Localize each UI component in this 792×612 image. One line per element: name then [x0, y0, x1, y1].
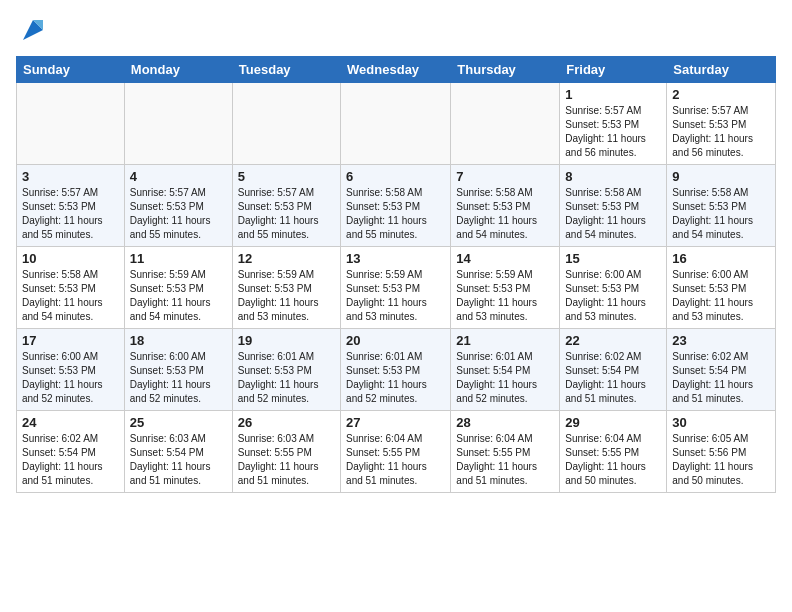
calendar-cell: 8Sunrise: 5:58 AM Sunset: 5:53 PM Daylig…: [560, 165, 667, 247]
day-number: 12: [238, 251, 335, 266]
header: [16, 16, 776, 44]
day-info: Sunrise: 5:59 AM Sunset: 5:53 PM Dayligh…: [238, 269, 319, 322]
day-number: 17: [22, 333, 119, 348]
day-info: Sunrise: 6:04 AM Sunset: 5:55 PM Dayligh…: [346, 433, 427, 486]
calendar-cell: 24Sunrise: 6:02 AM Sunset: 5:54 PM Dayli…: [17, 411, 125, 493]
day-number: 7: [456, 169, 554, 184]
day-info: Sunrise: 5:58 AM Sunset: 5:53 PM Dayligh…: [22, 269, 103, 322]
calendar-cell: 1Sunrise: 5:57 AM Sunset: 5:53 PM Daylig…: [560, 83, 667, 165]
day-info: Sunrise: 5:57 AM Sunset: 5:53 PM Dayligh…: [565, 105, 646, 158]
calendar-cell: 11Sunrise: 5:59 AM Sunset: 5:53 PM Dayli…: [124, 247, 232, 329]
day-info: Sunrise: 6:00 AM Sunset: 5:53 PM Dayligh…: [672, 269, 753, 322]
day-number: 23: [672, 333, 770, 348]
day-info: Sunrise: 5:57 AM Sunset: 5:53 PM Dayligh…: [672, 105, 753, 158]
day-number: 10: [22, 251, 119, 266]
day-number: 29: [565, 415, 661, 430]
day-info: Sunrise: 6:02 AM Sunset: 5:54 PM Dayligh…: [565, 351, 646, 404]
day-info: Sunrise: 5:57 AM Sunset: 5:53 PM Dayligh…: [22, 187, 103, 240]
calendar-cell: [451, 83, 560, 165]
calendar-header-saturday: Saturday: [667, 57, 776, 83]
calendar-cell: 15Sunrise: 6:00 AM Sunset: 5:53 PM Dayli…: [560, 247, 667, 329]
day-info: Sunrise: 6:03 AM Sunset: 5:55 PM Dayligh…: [238, 433, 319, 486]
day-number: 18: [130, 333, 227, 348]
calendar-week-5: 24Sunrise: 6:02 AM Sunset: 5:54 PM Dayli…: [17, 411, 776, 493]
day-number: 28: [456, 415, 554, 430]
calendar-cell: 13Sunrise: 5:59 AM Sunset: 5:53 PM Dayli…: [341, 247, 451, 329]
calendar-cell: 28Sunrise: 6:04 AM Sunset: 5:55 PM Dayli…: [451, 411, 560, 493]
day-info: Sunrise: 5:58 AM Sunset: 5:53 PM Dayligh…: [565, 187, 646, 240]
day-number: 6: [346, 169, 445, 184]
day-number: 5: [238, 169, 335, 184]
day-number: 19: [238, 333, 335, 348]
calendar-cell: [17, 83, 125, 165]
day-number: 15: [565, 251, 661, 266]
calendar-cell: 3Sunrise: 5:57 AM Sunset: 5:53 PM Daylig…: [17, 165, 125, 247]
calendar-cell: 6Sunrise: 5:58 AM Sunset: 5:53 PM Daylig…: [341, 165, 451, 247]
calendar-cell: 20Sunrise: 6:01 AM Sunset: 5:53 PM Dayli…: [341, 329, 451, 411]
logo-icon: [19, 16, 47, 44]
day-number: 13: [346, 251, 445, 266]
day-number: 21: [456, 333, 554, 348]
day-info: Sunrise: 5:57 AM Sunset: 5:53 PM Dayligh…: [130, 187, 211, 240]
calendar-week-1: 1Sunrise: 5:57 AM Sunset: 5:53 PM Daylig…: [17, 83, 776, 165]
day-number: 14: [456, 251, 554, 266]
calendar-cell: 14Sunrise: 5:59 AM Sunset: 5:53 PM Dayli…: [451, 247, 560, 329]
day-info: Sunrise: 6:02 AM Sunset: 5:54 PM Dayligh…: [22, 433, 103, 486]
day-number: 2: [672, 87, 770, 102]
day-info: Sunrise: 5:58 AM Sunset: 5:53 PM Dayligh…: [456, 187, 537, 240]
day-number: 30: [672, 415, 770, 430]
day-number: 11: [130, 251, 227, 266]
calendar-cell: 23Sunrise: 6:02 AM Sunset: 5:54 PM Dayli…: [667, 329, 776, 411]
day-number: 16: [672, 251, 770, 266]
logo: [16, 16, 47, 44]
calendar-header-monday: Monday: [124, 57, 232, 83]
calendar-week-4: 17Sunrise: 6:00 AM Sunset: 5:53 PM Dayli…: [17, 329, 776, 411]
day-info: Sunrise: 5:59 AM Sunset: 5:53 PM Dayligh…: [130, 269, 211, 322]
calendar-cell: 26Sunrise: 6:03 AM Sunset: 5:55 PM Dayli…: [232, 411, 340, 493]
day-info: Sunrise: 6:04 AM Sunset: 5:55 PM Dayligh…: [456, 433, 537, 486]
calendar-cell: 5Sunrise: 5:57 AM Sunset: 5:53 PM Daylig…: [232, 165, 340, 247]
day-info: Sunrise: 5:59 AM Sunset: 5:53 PM Dayligh…: [456, 269, 537, 322]
day-info: Sunrise: 6:05 AM Sunset: 5:56 PM Dayligh…: [672, 433, 753, 486]
day-info: Sunrise: 6:00 AM Sunset: 5:53 PM Dayligh…: [130, 351, 211, 404]
calendar-header-row: SundayMondayTuesdayWednesdayThursdayFrid…: [17, 57, 776, 83]
calendar-cell: 12Sunrise: 5:59 AM Sunset: 5:53 PM Dayli…: [232, 247, 340, 329]
calendar-cell: 25Sunrise: 6:03 AM Sunset: 5:54 PM Dayli…: [124, 411, 232, 493]
day-info: Sunrise: 6:01 AM Sunset: 5:53 PM Dayligh…: [238, 351, 319, 404]
day-info: Sunrise: 5:58 AM Sunset: 5:53 PM Dayligh…: [672, 187, 753, 240]
day-number: 26: [238, 415, 335, 430]
day-info: Sunrise: 6:02 AM Sunset: 5:54 PM Dayligh…: [672, 351, 753, 404]
calendar-week-2: 3Sunrise: 5:57 AM Sunset: 5:53 PM Daylig…: [17, 165, 776, 247]
day-info: Sunrise: 6:01 AM Sunset: 5:53 PM Dayligh…: [346, 351, 427, 404]
calendar-table: SundayMondayTuesdayWednesdayThursdayFrid…: [16, 56, 776, 493]
calendar-cell: 21Sunrise: 6:01 AM Sunset: 5:54 PM Dayli…: [451, 329, 560, 411]
day-number: 9: [672, 169, 770, 184]
calendar-cell: 29Sunrise: 6:04 AM Sunset: 5:55 PM Dayli…: [560, 411, 667, 493]
calendar-cell: 30Sunrise: 6:05 AM Sunset: 5:56 PM Dayli…: [667, 411, 776, 493]
calendar-cell: 18Sunrise: 6:00 AM Sunset: 5:53 PM Dayli…: [124, 329, 232, 411]
day-info: Sunrise: 6:00 AM Sunset: 5:53 PM Dayligh…: [22, 351, 103, 404]
calendar-cell: 22Sunrise: 6:02 AM Sunset: 5:54 PM Dayli…: [560, 329, 667, 411]
calendar-cell: 17Sunrise: 6:00 AM Sunset: 5:53 PM Dayli…: [17, 329, 125, 411]
page: SundayMondayTuesdayWednesdayThursdayFrid…: [0, 0, 792, 509]
day-info: Sunrise: 6:00 AM Sunset: 5:53 PM Dayligh…: [565, 269, 646, 322]
calendar-cell: 19Sunrise: 6:01 AM Sunset: 5:53 PM Dayli…: [232, 329, 340, 411]
calendar-cell: 7Sunrise: 5:58 AM Sunset: 5:53 PM Daylig…: [451, 165, 560, 247]
day-number: 24: [22, 415, 119, 430]
calendar-cell: 10Sunrise: 5:58 AM Sunset: 5:53 PM Dayli…: [17, 247, 125, 329]
calendar-header-thursday: Thursday: [451, 57, 560, 83]
day-info: Sunrise: 6:03 AM Sunset: 5:54 PM Dayligh…: [130, 433, 211, 486]
day-info: Sunrise: 6:01 AM Sunset: 5:54 PM Dayligh…: [456, 351, 537, 404]
calendar-cell: [232, 83, 340, 165]
calendar-cell: [341, 83, 451, 165]
day-number: 22: [565, 333, 661, 348]
day-number: 27: [346, 415, 445, 430]
calendar-cell: 4Sunrise: 5:57 AM Sunset: 5:53 PM Daylig…: [124, 165, 232, 247]
calendar-header-friday: Friday: [560, 57, 667, 83]
day-info: Sunrise: 5:58 AM Sunset: 5:53 PM Dayligh…: [346, 187, 427, 240]
calendar-cell: 9Sunrise: 5:58 AM Sunset: 5:53 PM Daylig…: [667, 165, 776, 247]
calendar-cell: 2Sunrise: 5:57 AM Sunset: 5:53 PM Daylig…: [667, 83, 776, 165]
calendar-cell: 27Sunrise: 6:04 AM Sunset: 5:55 PM Dayli…: [341, 411, 451, 493]
calendar-header-sunday: Sunday: [17, 57, 125, 83]
day-info: Sunrise: 5:59 AM Sunset: 5:53 PM Dayligh…: [346, 269, 427, 322]
